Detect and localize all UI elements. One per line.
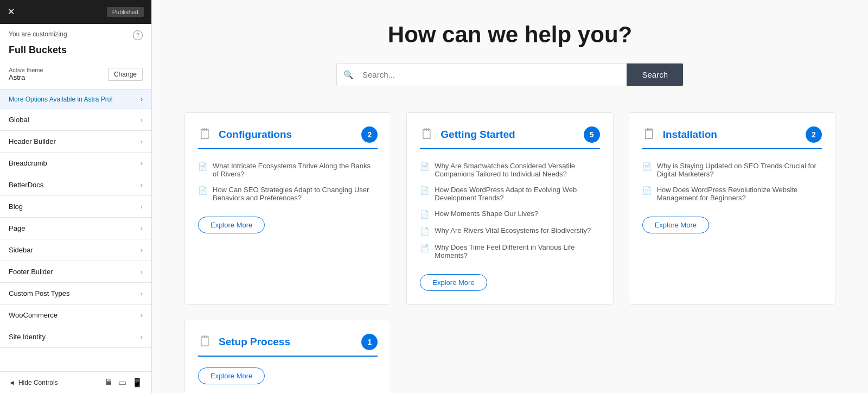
sidebar-item-label: Header Builder	[9, 137, 56, 145]
sidebar-item-sidebar[interactable]: Sidebar›	[0, 239, 151, 261]
link-text: Why Are Smartwatches Considered Versatil…	[435, 162, 599, 178]
category-card-getting-started: 🗒 Getting Started 5 📄 Why Are Smartwatch…	[406, 112, 613, 305]
list-item[interactable]: 📄 How Can SEO Strategies Adapt to Changi…	[198, 182, 378, 206]
promo-banner[interactable]: More Options Available in Astra Pro! ›	[0, 90, 151, 109]
list-item[interactable]: 📄 How Does WordPress Revolutionize Websi…	[642, 182, 822, 206]
doc-icon: 📄	[420, 162, 429, 171]
search-input[interactable]	[360, 64, 627, 85]
search-bar-inner: 🔍 Search	[336, 63, 684, 86]
chevron-icon: ›	[141, 224, 143, 232]
link-text: Why Are Rivers Vital Ecosystems for Biod…	[435, 226, 591, 234]
sidebar-header: ✕ Published	[0, 0, 151, 24]
sidebar-item-header-builder[interactable]: Header Builder›	[0, 131, 151, 153]
link-text: How Does WordPress Revolutionize Website…	[657, 186, 822, 202]
list-item[interactable]: 📄 Why is Staying Updated on SEO Trends C…	[642, 158, 822, 182]
category-icon: 🗒	[420, 126, 434, 143]
customizing-label: You are customizing	[9, 30, 67, 38]
category-title[interactable]: Getting Started	[441, 129, 515, 141]
category-header-left: 🗒 Configurations	[198, 126, 292, 143]
category-title[interactable]: Configurations	[219, 129, 292, 141]
sidebar-item-betterdocs[interactable]: BetterDocs›	[0, 174, 151, 196]
sidebar-item-blog[interactable]: Blog›	[0, 196, 151, 218]
doc-icon: 📄	[198, 162, 207, 171]
change-theme-button[interactable]: Change	[108, 68, 143, 81]
chevron-icon: ›	[141, 246, 143, 254]
sidebar-item-label: Sidebar	[9, 246, 33, 254]
arrow-left-icon: ◄	[9, 379, 15, 386]
chevron-icon: ›	[141, 159, 143, 167]
mobile-icon[interactable]: 📱	[132, 377, 143, 388]
doc-icon: 📄	[642, 186, 652, 195]
doc-icon: 📄	[420, 186, 429, 195]
sidebar-footer: ◄ Hide Controls 🖥 ▭ 📱	[0, 371, 151, 393]
category-count: 1	[361, 334, 378, 350]
category-header: 🗒 Getting Started 5	[420, 126, 599, 143]
sidebar-item-label: WooCommerce	[9, 311, 58, 319]
category-count: 2	[361, 126, 378, 143]
category-header-left: 🗒 Installation	[642, 126, 717, 143]
main-content: How can we help you? 🔍 Search 🗒 Configur…	[152, 0, 868, 393]
category-title[interactable]: Installation	[663, 129, 717, 141]
explore-more-button[interactable]: Explore More	[642, 217, 709, 233]
hide-controls-label: Hide Controls	[18, 379, 58, 386]
category-icon: 🗒	[198, 333, 212, 350]
customizing-info: You are customizing ?	[0, 24, 151, 43]
link-text: How Does WordPress Adapt to Evolving Web…	[435, 186, 599, 202]
list-item[interactable]: 📄 Why Are Rivers Vital Ecosystems for Bi…	[420, 223, 599, 239]
explore-more-button[interactable]: Explore More	[198, 367, 265, 384]
search-icon: 🔍	[337, 70, 360, 80]
category-card-installation: 🗒 Installation 2 📄 Why is Staying Update…	[629, 112, 835, 305]
hide-controls-button[interactable]: ◄ Hide Controls	[9, 379, 58, 386]
search-bar: 🔍 Search	[184, 63, 835, 86]
list-item[interactable]: 📄 Why Does Time Feel Different in Variou…	[420, 239, 599, 263]
list-item[interactable]: 📄 What Intricate Ecosystems Thrive Along…	[198, 158, 378, 182]
doc-icon: 📄	[420, 244, 429, 252]
sidebar-item-label: Page	[9, 224, 25, 232]
sidebar-item-label: Blog	[9, 202, 23, 211]
doc-icon: 📄	[642, 162, 652, 171]
explore-more-button[interactable]: Explore More	[198, 217, 265, 233]
category-icon: 🗒	[642, 126, 656, 143]
close-button[interactable]: ✕	[8, 8, 15, 16]
category-header-left: 🗒 Setup Process	[198, 333, 290, 350]
promo-chevron-icon: ›	[141, 95, 143, 103]
list-item[interactable]: 📄 How Moments Shape Our Lives?	[420, 206, 599, 223]
sidebar-item-woocommerce[interactable]: WooCommerce›	[0, 305, 151, 326]
category-count: 2	[806, 126, 822, 143]
tablet-icon[interactable]: ▭	[118, 377, 126, 388]
link-text: How Can SEO Strategies Adapt to Changing…	[213, 186, 378, 202]
explore-more-button[interactable]: Explore More	[420, 274, 487, 291]
help-icon[interactable]: ?	[133, 30, 143, 40]
device-icons: 🖥 ▭ 📱	[104, 377, 143, 388]
sidebar-item-site-identity[interactable]: Site Identity›	[0, 326, 151, 348]
doc-icon: 📄	[198, 186, 207, 195]
category-links: 📄 Why Are Smartwatches Considered Versat…	[420, 158, 599, 263]
category-header: 🗒 Configurations 2	[198, 126, 378, 143]
promo-text: More Options Available in Astra Pro!	[9, 96, 113, 103]
sidebar-item-breadcrumb[interactable]: Breadcrumb›	[0, 153, 151, 174]
list-item[interactable]: 📄 How Does WordPress Adapt to Evolving W…	[420, 182, 599, 206]
search-button[interactable]: Search	[627, 64, 683, 86]
categories-grid: 🗒 Configurations 2 📄 What Intricate Ecos…	[184, 112, 835, 393]
list-item[interactable]: 📄 Why Are Smartwatches Considered Versat…	[420, 158, 599, 182]
sidebar-item-label: Custom Post Types	[9, 289, 69, 297]
sidebar-item-global[interactable]: Global›	[0, 109, 151, 131]
category-divider	[198, 148, 378, 149]
hero-title: How can we help you?	[184, 22, 835, 48]
category-count: 5	[584, 126, 600, 143]
sidebar-item-label: BetterDocs	[9, 181, 43, 189]
active-theme-label: Active theme	[9, 67, 43, 73]
category-divider	[642, 148, 822, 149]
category-title[interactable]: Setup Process	[219, 336, 290, 348]
sidebar-item-custom-post-types[interactable]: Custom Post Types›	[0, 283, 151, 305]
link-text: How Moments Shape Our Lives?	[435, 210, 538, 218]
sidebar-item-footer-builder[interactable]: Footer Builder›	[0, 261, 151, 283]
sidebar-item-label: Footer Builder	[9, 268, 53, 276]
sidebar-item-label: Site Identity	[9, 333, 46, 341]
sidebar-item-page[interactable]: Page›	[0, 218, 151, 239]
doc-icon: 📄	[420, 227, 429, 236]
chevron-icon: ›	[141, 202, 143, 211]
desktop-icon[interactable]: 🖥	[104, 377, 113, 388]
chevron-icon: ›	[141, 116, 143, 124]
chevron-icon: ›	[141, 289, 143, 297]
